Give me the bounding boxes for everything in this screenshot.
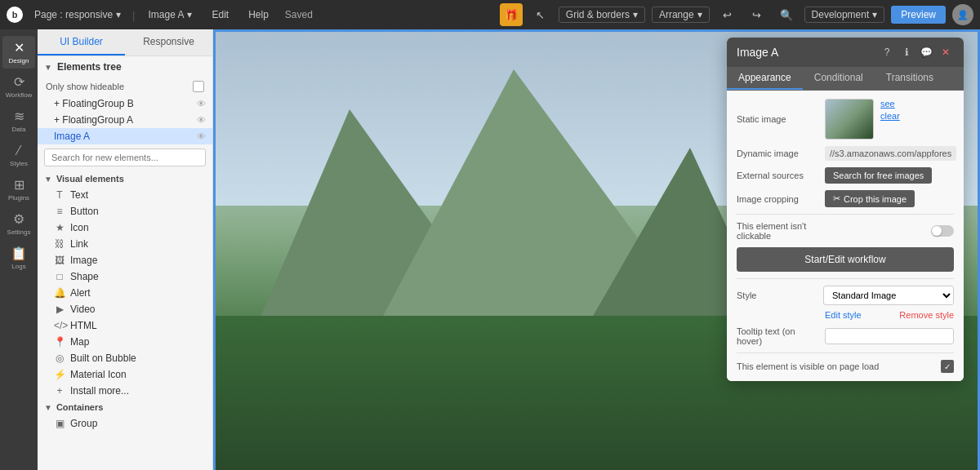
pointer-icon-btn[interactable]: ↖: [529, 3, 552, 26]
sidebar-item-settings[interactable]: ⚙ Settings: [2, 207, 35, 240]
props-header-icons: ? ℹ 💬 ✕: [879, 44, 954, 60]
element-link[interactable]: ⛓ Link: [38, 236, 212, 252]
style-select[interactable]: Standard Image: [823, 286, 954, 305]
search-free-images-btn[interactable]: Search for free images: [825, 167, 932, 184]
elements-tree-label: Elements tree: [57, 61, 122, 73]
tab-responsive[interactable]: Responsive: [125, 29, 212, 55]
crop-label: Crop this image: [844, 194, 906, 204]
link-icon: ⛓: [54, 238, 65, 250]
element-install-more[interactable]: + Install more...: [38, 383, 212, 399]
tree-item-floating-group-a[interactable]: + FloatingGroup A 👁: [38, 112, 212, 128]
user-avatar[interactable]: 👤: [952, 4, 973, 25]
dynamic-image-value[interactable]: //s3.amazonaws.com/appfores: [825, 146, 956, 161]
sidebar-item-design[interactable]: ✕ Design: [2, 36, 35, 69]
show-hideable-row: Only show hideable: [38, 78, 212, 95]
material-icon-icon: ⚡: [54, 369, 65, 380]
settings-icon: ⚙: [13, 211, 24, 227]
element-material-icon[interactable]: ⚡ Material Icon: [38, 366, 212, 383]
floating-group-a-label: + FloatingGroup A: [54, 114, 133, 126]
clickable-toggle[interactable]: [931, 225, 954, 237]
data-label: Data: [12, 126, 26, 133]
icon-sidebar: ✕ Design ⟳ Workflow ≋ Data ∕ Styles ⊞ Pl…: [0, 29, 38, 470]
tab-appearance[interactable]: Appearance: [727, 67, 803, 90]
element-map[interactable]: 📍 Map: [38, 334, 212, 350]
shape-icon: □: [54, 271, 65, 282]
element-button[interactable]: ≡ Button: [38, 203, 212, 219]
containers-chevron-icon: ▼: [44, 403, 52, 412]
element-built-on-bubble[interactable]: ◎ Built on Bubble: [38, 350, 212, 366]
redo-btn[interactable]: ↪: [746, 3, 768, 26]
search-elements-input[interactable]: [44, 149, 206, 166]
help-menu[interactable]: Help: [242, 7, 275, 22]
map-icon: 📍: [54, 336, 65, 348]
static-image-row: Static image see clear: [737, 99, 954, 140]
divider-2: [737, 278, 954, 279]
divider-1: [737, 214, 954, 215]
edit-menu[interactable]: Edit: [205, 7, 235, 22]
show-hideable-label: Only show hideable: [46, 82, 124, 91]
development-label: Development: [812, 9, 870, 20]
dynamic-image-label: Dynamic image: [737, 149, 818, 158]
dynamic-image-value-container: //s3.amazonaws.com/appfores: [825, 146, 956, 161]
logs-label: Logs: [11, 263, 25, 270]
tab-conditional[interactable]: Conditional: [803, 67, 875, 90]
tooltip-input[interactable]: [825, 328, 954, 344]
arrange-dropdown[interactable]: Arrange ▾: [652, 7, 710, 23]
page-selector[interactable]: Page : responsive ▾: [29, 7, 126, 22]
sidebar-item-plugins[interactable]: ⊞ Plugins: [2, 173, 35, 206]
grid-borders-dropdown[interactable]: Grid & borders ▾: [559, 7, 645, 23]
plugins-icon: ⊞: [14, 177, 24, 193]
grid-borders-chevron-icon: ▾: [633, 9, 638, 20]
element-video[interactable]: ▶ Video: [38, 301, 212, 317]
development-chevron-icon: ▾: [872, 9, 877, 20]
image-cropping-value: ✂ Crop this image: [825, 190, 954, 207]
arrange-label: Arrange: [659, 9, 694, 20]
development-dropdown[interactable]: Development ▾: [804, 7, 885, 23]
tree-item-image-a[interactable]: Image A 👁: [38, 128, 212, 144]
static-image-thumbnail[interactable]: [825, 99, 874, 140]
sidebar-item-logs[interactable]: 📋 Logs: [2, 242, 35, 274]
edit-style-btn[interactable]: Edit style: [825, 310, 862, 320]
element-html[interactable]: </> HTML: [38, 317, 212, 334]
image-label: Image: [70, 255, 97, 266]
element-alert[interactable]: 🔔 Alert: [38, 285, 212, 301]
image-tab[interactable]: Image A ▾: [141, 7, 198, 22]
install-more-label: Install more...: [70, 385, 129, 397]
element-text[interactable]: T Text: [38, 187, 212, 203]
element-icon[interactable]: ★ Icon: [38, 219, 212, 236]
help-icon-btn[interactable]: ?: [879, 44, 895, 60]
tab-ui-builder[interactable]: UI Builder: [38, 29, 125, 55]
tab-transitions[interactable]: Transitions: [875, 67, 945, 90]
shape-label: Shape: [70, 271, 99, 282]
clear-image-btn[interactable]: clear: [880, 111, 900, 121]
workflow-icon: ⟳: [14, 74, 24, 90]
preview-button[interactable]: Preview: [891, 6, 946, 24]
visible-label: This element is visible on page load: [737, 361, 879, 371]
sidebar-item-data[interactable]: ≋ Data: [2, 104, 35, 137]
close-panel-btn[interactable]: ✕: [938, 44, 954, 60]
built-on-bubble-label: Built on Bubble: [70, 352, 136, 364]
help-label: Help: [248, 9, 269, 20]
crop-image-btn[interactable]: ✂ Crop this image: [825, 190, 915, 207]
external-sources-value: Search for free images: [825, 167, 954, 184]
element-group[interactable]: ▣ Group: [38, 415, 212, 432]
sidebar-item-styles[interactable]: ∕ Styles: [2, 139, 35, 171]
page-label: Page : responsive: [34, 9, 113, 20]
visible-checkbox[interactable]: ✓: [941, 360, 954, 373]
element-image[interactable]: 🖼 Image: [38, 252, 212, 268]
visual-elements-section[interactable]: ▼ Visual elements: [38, 171, 212, 187]
image-tab-label: Image A: [148, 9, 184, 20]
tree-item-floating-group-b[interactable]: + FloatingGroup B 👁: [38, 95, 212, 112]
search-btn[interactable]: 🔍: [775, 3, 798, 26]
remove-style-btn[interactable]: Remove style: [899, 310, 954, 320]
containers-section[interactable]: ▼ Containers: [38, 399, 212, 415]
gift-icon-btn[interactable]: 🎁: [500, 3, 523, 26]
see-image-btn[interactable]: see: [880, 99, 900, 109]
workflow-btn[interactable]: Start/Edit workflow: [737, 247, 954, 272]
sidebar-item-workflow[interactable]: ⟳ Workflow: [2, 70, 35, 103]
undo-btn[interactable]: ↩: [716, 3, 739, 26]
element-shape[interactable]: □ Shape: [38, 268, 212, 285]
show-hideable-checkbox[interactable]: [193, 81, 204, 92]
info-icon-btn[interactable]: ℹ: [898, 44, 915, 60]
comment-icon-btn[interactable]: 💬: [918, 44, 934, 60]
